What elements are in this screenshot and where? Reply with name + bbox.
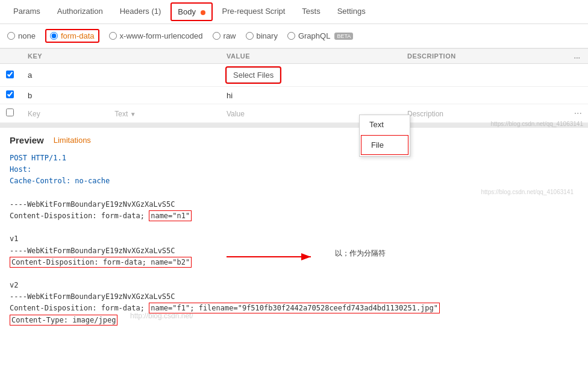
row3-check-cell xyxy=(0,104,22,123)
type-selector[interactable]: Text ▼ xyxy=(114,110,136,118)
preview-line-12: v2 xyxy=(10,280,578,291)
col-header-check xyxy=(0,49,22,64)
preview-content-wrapper: POST HTTP/1.1 Host: Cache-Control: no-ca… xyxy=(10,153,578,326)
table-row: b hi xyxy=(0,87,588,104)
row3-key-cell: Key Text ▼ Text File xyxy=(22,104,220,123)
preview-line-3: Cache-Control: no-cache xyxy=(10,175,578,187)
row1-desc-cell xyxy=(401,64,568,87)
row3-key-placeholder: Key xyxy=(28,110,40,118)
row2-check-cell xyxy=(0,87,22,104)
form-table: KEY VALUE DESCRIPTION ... a Select Files xyxy=(0,48,588,123)
row1-key-cell: a xyxy=(22,64,220,87)
col-header-value: VALUE xyxy=(220,49,401,64)
preview-line-14: Content-Disposition: form-data; name="f1… xyxy=(10,303,578,314)
preview-line-8: v1 xyxy=(10,233,578,245)
preview-line-5: ----WebKitFormBoundaryE19zNvXGzXaLvS5C xyxy=(10,199,578,210)
row1-value-cell: Select Files xyxy=(220,64,401,87)
preview-line-blank1 xyxy=(10,187,578,199)
row2-value-text: hi xyxy=(227,91,233,100)
row3-more-cell: ··· xyxy=(568,104,588,123)
col-header-description: DESCRIPTION xyxy=(401,49,568,64)
col-header-more: ... xyxy=(568,49,588,64)
preview-line-10: Content-Disposition: form-data; name="b2… xyxy=(10,257,578,268)
row2-desc-cell xyxy=(401,87,568,104)
row2-key-value: b xyxy=(28,91,32,100)
row2-more-cell xyxy=(568,87,588,104)
radio-graphql[interactable]: GraphQL BETA xyxy=(287,31,353,40)
row1-checkbox[interactable] xyxy=(6,71,14,78)
radio-none[interactable]: none xyxy=(7,31,36,40)
preview-line-2: Host: xyxy=(10,164,578,175)
row2-checkbox[interactable] xyxy=(6,90,14,98)
body-type-row: none form-data x-www-form-urlencoded raw… xyxy=(0,24,588,48)
row2-key-cell: b xyxy=(22,87,220,104)
content-disp-b2-highlight: Content-Disposition: form-data; name="b2… xyxy=(10,257,192,268)
row3-desc-placeholder: Description xyxy=(407,110,443,118)
preview-line-1: POST HTTP/1.1 xyxy=(10,153,578,164)
preview-line-blank3 xyxy=(10,268,578,280)
preview-line-blank2 xyxy=(10,222,578,233)
row3-desc-cell: Description xyxy=(401,104,568,123)
tab-authorization[interactable]: Authorization xyxy=(49,1,111,23)
tab-bar: Params Authorization Headers (1) Body Pr… xyxy=(0,0,588,24)
tab-settings[interactable]: Settings xyxy=(329,1,374,23)
radio-raw[interactable]: raw xyxy=(213,31,236,40)
preview-content: POST HTTP/1.1 Host: Cache-Control: no-ca… xyxy=(10,153,578,326)
row1-check-cell xyxy=(0,64,22,87)
preview-line-13: ----WebKitFormBoundaryE19zNvXGzXaLvS5C xyxy=(10,291,578,303)
beta-badge: BETA xyxy=(334,33,353,40)
form-data-section: KEY VALUE DESCRIPTION ... a Select Files xyxy=(0,48,588,123)
preview-header: Preview Limitations xyxy=(10,135,578,145)
dropdown-item-text[interactable]: Text xyxy=(360,115,410,134)
dropdown-arrow-icon: ▼ xyxy=(130,111,136,118)
tab-headers[interactable]: Headers (1) xyxy=(111,1,170,23)
tab-params[interactable]: Params xyxy=(5,1,49,23)
tab-body[interactable]: Body xyxy=(170,2,212,21)
annotation-label: 以；作为分隔符 xyxy=(335,249,386,257)
radio-urlencoded[interactable]: x-www-form-urlencoded xyxy=(109,31,203,40)
more-options-icon[interactable]: ··· xyxy=(574,108,582,118)
red-arrow-svg xyxy=(220,245,329,269)
col-header-key: KEY xyxy=(22,49,220,64)
preview-line-15: Content-Type: image/jpeg xyxy=(10,315,578,326)
radio-binary[interactable]: binary xyxy=(246,31,278,40)
filename-highlight: name="f1"; filename="9f510fb30f2442a7052… xyxy=(149,303,440,313)
body-dot-indicator xyxy=(201,10,205,15)
preview-section: Preview Limitations POST HTTP/1.1 Host: … xyxy=(0,128,588,333)
select-files-button[interactable]: Select Files xyxy=(227,68,280,83)
preview-line-6: Content-Disposition: form-data; name="n1… xyxy=(10,210,578,222)
tab-prerequest[interactable]: Pre-request Script xyxy=(214,1,294,23)
row3-checkbox[interactable] xyxy=(6,109,14,116)
dropdown-item-file[interactable]: File xyxy=(361,135,408,155)
annotation-text: 以；作为分隔符 xyxy=(281,248,386,259)
row1-key-value: a xyxy=(28,71,32,80)
preview-title: Preview xyxy=(10,135,44,145)
tab-tests[interactable]: Tests xyxy=(293,1,328,23)
radio-form-data[interactable]: form-data xyxy=(45,29,99,43)
name-n1-highlight: name="n1" xyxy=(149,210,192,221)
row2-value-cell: hi xyxy=(220,87,401,104)
content-type-highlight: Content-Type: image/jpeg xyxy=(10,315,117,326)
table-row: a Select Files xyxy=(0,64,588,87)
limitations-link[interactable]: Limitations xyxy=(54,136,91,145)
section-divider xyxy=(0,123,588,128)
row1-more-cell xyxy=(568,64,588,87)
table-row: Key Text ▼ Text File Value Description xyxy=(0,104,588,123)
row3-value-placeholder: Value xyxy=(227,110,245,118)
type-dropdown: Text File xyxy=(359,115,410,157)
